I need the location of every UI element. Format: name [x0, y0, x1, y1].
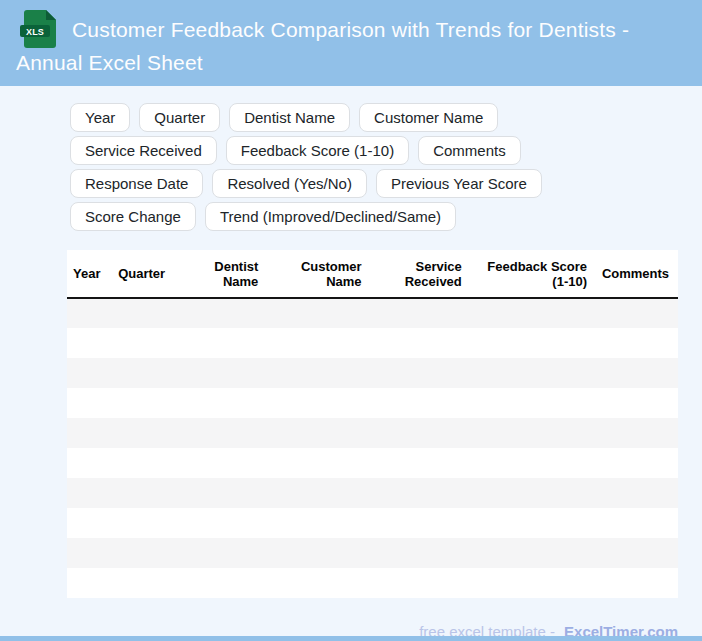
table-row [67, 568, 678, 598]
table-row [67, 508, 678, 538]
table-cell [264, 358, 367, 388]
table-cell [264, 538, 367, 568]
table-cell [67, 478, 112, 508]
table-cell [190, 328, 264, 358]
column-header: Comments [593, 250, 678, 298]
column-chip[interactable]: Resolved (Yes/No) [212, 169, 367, 198]
column-chip[interactable]: Previous Year Score [376, 169, 542, 198]
table-cell [468, 418, 593, 448]
table-cell [190, 568, 264, 598]
table-row [67, 448, 678, 478]
column-chip[interactable]: Trend (Improved/Declined/Same) [205, 202, 456, 231]
table-cell [112, 388, 190, 418]
table-header-row: YearQuarterDentist NameCustomer NameServ… [67, 250, 678, 298]
table-cell [112, 568, 190, 598]
page-header: XLS Customer Feedback Comparison with Tr… [0, 0, 702, 86]
column-chip[interactable]: Dentist Name [229, 103, 350, 132]
table-cell [112, 358, 190, 388]
column-chips: YearQuarterDentist NameCustomer NameServ… [70, 103, 644, 231]
table-row [67, 358, 678, 388]
table-cell [112, 298, 190, 328]
table-cell [368, 388, 468, 418]
table-cell [368, 478, 468, 508]
table-cell [264, 298, 367, 328]
table-cell [112, 448, 190, 478]
column-chip[interactable]: Feedback Score (1-10) [226, 136, 409, 165]
column-chip[interactable]: Service Received [70, 136, 217, 165]
table-cell [112, 328, 190, 358]
table-cell [368, 328, 468, 358]
table-cell [67, 538, 112, 568]
table-cell [190, 448, 264, 478]
column-header: Customer Name [264, 250, 367, 298]
template-page: XLS Customer Feedback Comparison with Tr… [0, 0, 702, 641]
table-cell [593, 508, 678, 538]
table-cell [190, 298, 264, 328]
table-row [67, 418, 678, 448]
bottom-accent-bar [0, 636, 702, 641]
table-cell [67, 418, 112, 448]
table-cell [264, 388, 367, 418]
table-cell [67, 388, 112, 418]
column-chip[interactable]: Customer Name [359, 103, 498, 132]
table-cell [368, 538, 468, 568]
table-cell [264, 328, 367, 358]
table-cell [468, 478, 593, 508]
column-header: Year [67, 250, 112, 298]
table-cell [368, 418, 468, 448]
table-cell [468, 538, 593, 568]
table-cell [593, 448, 678, 478]
column-chip[interactable]: Quarter [139, 103, 220, 132]
table-cell [190, 358, 264, 388]
table-cell [112, 478, 190, 508]
table-cell [468, 388, 593, 418]
table-cell [368, 448, 468, 478]
column-header: Feedback Score (1-10) [468, 250, 593, 298]
table-row [67, 298, 678, 328]
xls-file-icon: XLS [20, 10, 56, 48]
table-cell [112, 538, 190, 568]
table-row [67, 538, 678, 568]
table-cell [368, 508, 468, 538]
table-cell [264, 418, 367, 448]
table-cell [593, 358, 678, 388]
table-cell [593, 418, 678, 448]
table-cell [190, 478, 264, 508]
table-cell [67, 298, 112, 328]
table-cell [468, 448, 593, 478]
table-cell [593, 538, 678, 568]
column-chip[interactable]: Response Date [70, 169, 203, 198]
preview-table: YearQuarterDentist NameCustomer NameServ… [67, 250, 678, 598]
table-cell [468, 568, 593, 598]
table-cell [368, 298, 468, 328]
column-chip[interactable]: Year [70, 103, 130, 132]
column-chip[interactable]: Score Change [70, 202, 196, 231]
table-body [67, 298, 678, 598]
table-cell [593, 388, 678, 418]
table-cell [67, 448, 112, 478]
table-cell [264, 508, 367, 538]
table-cell [468, 298, 593, 328]
table-cell [368, 568, 468, 598]
table-cell [593, 478, 678, 508]
table-cell [190, 538, 264, 568]
table-row [67, 328, 678, 358]
table-cell [593, 298, 678, 328]
table-cell [468, 508, 593, 538]
table-cell [112, 508, 190, 538]
column-header: Service Received [368, 250, 468, 298]
xls-icon-label: XLS [26, 27, 44, 37]
column-header: Dentist Name [190, 250, 264, 298]
table-cell [67, 508, 112, 538]
column-chip[interactable]: Comments [418, 136, 521, 165]
table-cell [67, 328, 112, 358]
table-cell [593, 568, 678, 598]
table-cell [368, 358, 468, 388]
table-row [67, 388, 678, 418]
column-header: Quarter [112, 250, 190, 298]
table-cell [190, 388, 264, 418]
page-title-text: Customer Feedback Comparison with Trends… [16, 18, 629, 74]
table-cell [190, 418, 264, 448]
table-cell [264, 568, 367, 598]
table-cell [593, 328, 678, 358]
